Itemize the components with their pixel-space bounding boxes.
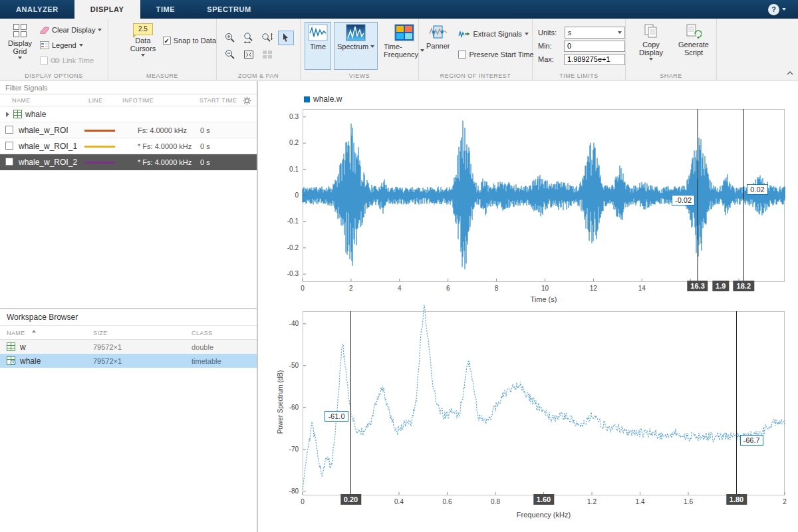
y-tick-label: -0.3 bbox=[272, 270, 299, 277]
units-label: Units: bbox=[538, 29, 562, 37]
link-time-label: Link Time bbox=[63, 57, 94, 65]
workspace-header: NAME SIZE CLASS bbox=[0, 326, 257, 340]
section-label-time-limits: TIME LIMITS bbox=[533, 72, 625, 79]
display-grid-button[interactable]: Display Grid bbox=[3, 22, 37, 70]
pan-button[interactable] bbox=[259, 47, 275, 62]
time-chart-svg[interactable] bbox=[303, 109, 785, 282]
signal-start-time: 0 s bbox=[200, 142, 210, 150]
collapse-ribbon-button[interactable] bbox=[786, 69, 794, 77]
col-time[interactable]: TIME bbox=[138, 97, 154, 104]
chevron-down-icon bbox=[79, 44, 83, 47]
signal-name: whale_w_ROI_1 bbox=[19, 142, 77, 151]
min-input[interactable] bbox=[564, 41, 625, 52]
tab-analyzer[interactable]: ANALYZER bbox=[0, 0, 74, 19]
link-time-button[interactable]: Link Time bbox=[40, 54, 102, 67]
legend-label: whale.w bbox=[313, 94, 342, 104]
spectrum-plot[interactable]: 00.40.60.81.21.41.62-40-50-60-70-800.201… bbox=[303, 311, 785, 495]
filter-signals-input[interactable]: Filter Signals bbox=[0, 81, 257, 94]
spectrum-plot-xlabel: Frequency (kHz) bbox=[303, 511, 785, 519]
workspace-row[interactable]: w 79572×1 double bbox=[0, 340, 257, 354]
tab-time[interactable]: TIME bbox=[140, 0, 192, 19]
ws-var-size: 79572×1 bbox=[93, 343, 122, 351]
copy-display-button[interactable]: Copy Display bbox=[634, 22, 668, 70]
generate-script-label: Generate Script bbox=[678, 41, 709, 57]
matrix-icon bbox=[7, 342, 15, 351]
preserve-start-time-checkbox[interactable] bbox=[458, 51, 466, 59]
table-icon bbox=[13, 110, 22, 118]
x-tick-label: 0.6 bbox=[443, 498, 452, 505]
zoom-in-x-icon bbox=[243, 32, 255, 44]
view-time-button[interactable]: Time bbox=[305, 22, 331, 70]
gear-icon[interactable] bbox=[243, 96, 251, 105]
tab-display[interactable]: DISPLAY bbox=[74, 0, 140, 19]
zoom-out-icon bbox=[224, 49, 236, 61]
time-plot[interactable]: 024681012140.30.20.10-0.1-0.2-0.316.31.9… bbox=[303, 109, 785, 282]
signal-row[interactable]: whale_w_ROI Fs: 4.0000 kHz 0 s bbox=[0, 122, 257, 138]
cursor-x2-readout[interactable]: 18.2 bbox=[733, 281, 754, 291]
signal-checkbox[interactable] bbox=[5, 126, 13, 134]
legend-button[interactable]: Legend bbox=[40, 39, 102, 52]
tab-spectrum[interactable]: SPECTRUM bbox=[191, 0, 267, 19]
link-time-checkbox[interactable] bbox=[40, 57, 48, 65]
filter-signals-placeholder: Filter Signals bbox=[5, 84, 48, 92]
fit-to-view-button[interactable] bbox=[241, 47, 257, 62]
chevron-down-icon bbox=[649, 58, 653, 61]
col-line[interactable]: LINE bbox=[88, 97, 103, 104]
extract-signals-button[interactable]: Extract Signals bbox=[458, 27, 533, 41]
view-spectrum-button[interactable]: Spectrum bbox=[334, 22, 378, 70]
col-name[interactable]: NAME bbox=[12, 97, 31, 104]
section-label-measure: MEASURE bbox=[108, 72, 216, 79]
extract-signals-label: Extract Signals bbox=[473, 30, 521, 38]
panner-button[interactable]: Panner bbox=[424, 22, 452, 70]
y-tick-label: -0.1 bbox=[272, 217, 299, 225]
ws-col-size[interactable]: SIZE bbox=[93, 330, 108, 336]
zoom-in-x-button[interactable] bbox=[241, 31, 257, 45]
zoom-out-button[interactable] bbox=[222, 47, 238, 62]
spec-chart-svg[interactable] bbox=[303, 311, 785, 495]
x-tick-label: 4 bbox=[398, 285, 402, 292]
workspace-row[interactable]: whale 79572×1 timetable bbox=[0, 354, 257, 368]
generate-script-button[interactable]: Generate Script bbox=[676, 22, 711, 70]
units-select[interactable]: s bbox=[565, 27, 625, 39]
snap-to-data-checkbox[interactable] bbox=[163, 37, 171, 45]
eraser-icon bbox=[40, 26, 49, 34]
x-tick-label: 2 bbox=[349, 285, 353, 292]
max-input[interactable] bbox=[564, 54, 625, 65]
x-tick-label: 1.6 bbox=[684, 498, 693, 505]
zoom-in-y-button[interactable] bbox=[259, 31, 275, 45]
section-filler bbox=[717, 19, 798, 80]
section-label-roi: REGION OF INTEREST bbox=[419, 72, 532, 79]
col-info[interactable]: INFO bbox=[122, 97, 138, 104]
help-icon: ? bbox=[768, 4, 779, 15]
signal-checkbox[interactable] bbox=[5, 142, 13, 150]
ws-col-class[interactable]: CLASS bbox=[192, 330, 213, 336]
cursor-x1-readout[interactable]: 0.20 bbox=[340, 494, 361, 505]
snap-to-data-toggle[interactable]: Snap to Data bbox=[163, 34, 216, 47]
signal-table-header: NAME LINE INFO TIME START TIME bbox=[0, 94, 257, 106]
signal-checkbox[interactable] bbox=[5, 158, 13, 166]
x-tick-label: 2 bbox=[783, 498, 787, 505]
waveform-path bbox=[303, 120, 785, 269]
help-button[interactable]: ? bbox=[768, 0, 798, 19]
panel-divider[interactable] bbox=[257, 81, 258, 532]
cursor-x2-readout[interactable]: 1.80 bbox=[726, 494, 747, 505]
tab-bar-spacer bbox=[267, 0, 768, 19]
signal-name: whale_w_ROI bbox=[19, 126, 68, 135]
clear-display-button[interactable]: Clear Display bbox=[40, 23, 102, 37]
section-measure: 2.5 Data Cursors Snap to Data MEASURE bbox=[108, 19, 217, 80]
expand-arrow-icon[interactable] bbox=[6, 112, 9, 117]
legend-label: Legend bbox=[52, 41, 76, 49]
ws-col-name[interactable]: NAME bbox=[7, 330, 25, 336]
pointer-select-button[interactable] bbox=[278, 31, 294, 45]
signal-row[interactable]: whale_w_ROI_1 * Fs: 4.0000 kHz 0 s bbox=[0, 138, 257, 154]
data-cursors-button[interactable]: 2.5 Data Cursors bbox=[127, 22, 159, 70]
zoom-in-icon bbox=[224, 32, 236, 44]
units-value: s bbox=[568, 29, 572, 37]
col-start-time[interactable]: START TIME bbox=[200, 97, 237, 104]
panner-icon bbox=[428, 23, 448, 41]
preserve-start-time-toggle[interactable]: Preserve Start Time bbox=[458, 48, 533, 61]
cursor-x1-readout[interactable]: 16.3 bbox=[687, 281, 708, 291]
signal-group-row[interactable]: whale bbox=[0, 106, 257, 122]
signal-row[interactable]: whale_w_ROI_2 * Fs: 4.0000 kHz 0 s bbox=[0, 154, 257, 170]
zoom-in-button[interactable] bbox=[222, 31, 238, 45]
